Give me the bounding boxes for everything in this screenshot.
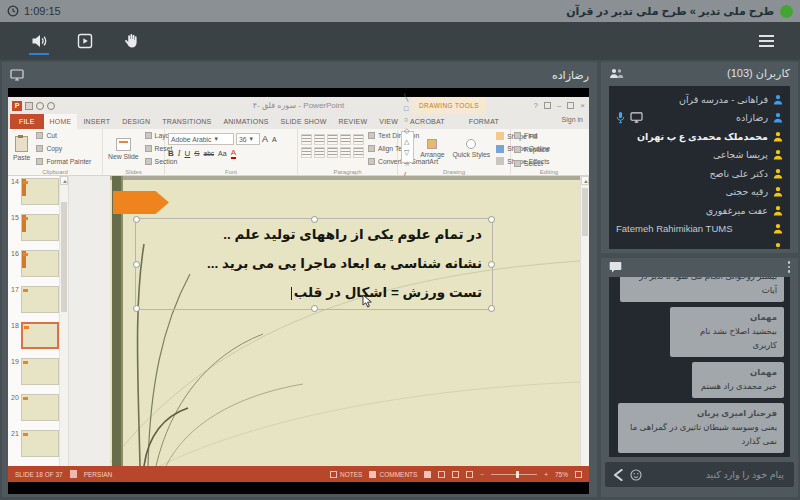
tab-file[interactable]: FILE xyxy=(10,114,44,129)
resize-handle[interactable] xyxy=(133,261,140,268)
font-size-select[interactable]: 36▾ xyxy=(236,133,260,145)
resize-handle[interactable] xyxy=(133,216,140,223)
tab-format[interactable]: FORMAT xyxy=(463,114,505,129)
indent-decrease-button[interactable] xyxy=(327,134,338,145)
indent-increase-button[interactable] xyxy=(340,134,351,145)
canvas-scrollbar[interactable] xyxy=(580,176,589,466)
sign-in-link[interactable]: Sign in xyxy=(562,116,583,123)
clock-icon xyxy=(7,5,19,17)
tab-animations[interactable]: ANIMATIONS xyxy=(217,114,274,129)
speaker-button[interactable] xyxy=(16,22,62,60)
ribbon-display-button[interactable] xyxy=(544,102,551,109)
attendee-row[interactable]: فراهانی - مدرسه قرآن xyxy=(609,90,790,109)
numbering-button[interactable] xyxy=(314,134,325,145)
resize-handle[interactable] xyxy=(488,305,495,312)
line-spacing-button[interactable] xyxy=(353,134,364,145)
italic-button[interactable]: I xyxy=(178,149,181,158)
tab-review[interactable]: REVIEW xyxy=(332,114,373,129)
canvas-scroll-up-icon[interactable] xyxy=(581,176,589,185)
ribbon-group-slides: New Slide Layout Reset Section Slides xyxy=(103,129,165,175)
attendee-row[interactable]: رقیه حجتی xyxy=(609,183,790,202)
font-name-select[interactable]: Adobe Arabic▾ xyxy=(168,133,234,145)
scroll-up-icon[interactable] xyxy=(60,176,68,185)
find-button[interactable]: Find xyxy=(514,132,584,139)
raise-hand-button[interactable] xyxy=(108,22,154,60)
format-painter-button[interactable]: Format Painter xyxy=(36,158,91,165)
zoom-in-button[interactable]: + xyxy=(544,471,548,478)
save-icon[interactable] xyxy=(25,102,33,110)
zoom-slider[interactable] xyxy=(491,474,537,475)
attendee-row[interactable]: عفت میرغفوری xyxy=(609,201,790,220)
slide-sorter-view-button[interactable] xyxy=(438,471,445,478)
align-center-button[interactable] xyxy=(314,147,325,158)
undo-icon[interactable] xyxy=(36,102,44,110)
language-indicator[interactable]: PERSIAN xyxy=(84,471,113,478)
attendee-row[interactable]: Fatemeh Rahimikian TUMS xyxy=(609,220,790,239)
tab-transitions[interactable]: TRANSITIONS xyxy=(156,114,217,129)
underline-button[interactable]: U xyxy=(184,149,190,158)
clear-formatting-button[interactable]: abc xyxy=(204,150,214,157)
tab-insert[interactable]: INSERT xyxy=(77,114,116,129)
tab-view[interactable]: VIEW xyxy=(373,114,404,129)
help-button[interactable]: ? xyxy=(533,101,537,110)
reading-view-button[interactable] xyxy=(452,471,459,478)
new-slide-button[interactable]: New Slide xyxy=(106,131,141,166)
grow-shrink-font[interactable]: AA xyxy=(262,134,277,144)
align-left-button[interactable] xyxy=(301,147,312,158)
columns-button[interactable] xyxy=(353,147,364,158)
resize-handle[interactable] xyxy=(488,216,495,223)
quick-styles-button[interactable]: Quick Styles xyxy=(450,131,492,166)
notes-button[interactable]: NOTES xyxy=(330,471,362,478)
normal-view-button[interactable] xyxy=(424,471,431,478)
webcam-button[interactable] xyxy=(62,22,108,60)
zoom-level[interactable]: 75% xyxy=(555,471,568,478)
zoom-slider-thumb[interactable] xyxy=(516,471,519,478)
copy-button[interactable]: Copy xyxy=(36,145,91,152)
fit-to-window-button[interactable] xyxy=(575,471,582,478)
bullets-button[interactable] xyxy=(301,134,312,145)
thumbnail-scrollbar[interactable] xyxy=(59,176,68,466)
redo-icon[interactable] xyxy=(47,102,55,110)
editing-group-label: Editing xyxy=(511,169,587,175)
chat-options-button[interactable] xyxy=(788,261,791,273)
attendees-pod-header: کاربران (103) xyxy=(601,62,798,84)
comments-button[interactable]: COMMENTS xyxy=(369,471,417,478)
restore-button[interactable] xyxy=(567,102,574,109)
tab-home[interactable]: HOME xyxy=(44,114,78,129)
zoom-out-button[interactable]: − xyxy=(480,471,484,478)
chat-message-list[interactable]: بیشتر روخوانی انجام می شود تا تدبر در آی… xyxy=(609,277,790,457)
resize-handle[interactable] xyxy=(488,261,495,268)
cut-button[interactable]: Cut xyxy=(36,132,91,139)
slide-textbox-selected[interactable]: در تمام علوم یکی از راههای تولید علم .. … xyxy=(135,218,493,310)
menu-button[interactable] xyxy=(759,35,774,47)
emoji-icon[interactable] xyxy=(630,469,642,481)
minimize-button[interactable]: – xyxy=(557,101,561,110)
font-color-button[interactable]: A xyxy=(231,148,236,159)
justify-button[interactable] xyxy=(340,147,351,158)
spellcheck-icon[interactable] xyxy=(70,470,77,478)
slideshow-view-button[interactable] xyxy=(466,471,473,478)
attendee-row-clipped[interactable] xyxy=(609,238,790,249)
replace-button[interactable]: Replace xyxy=(514,146,584,153)
strikethrough-button[interactable]: S xyxy=(194,149,199,158)
resize-handle[interactable] xyxy=(133,305,140,312)
slide-canvas[interactable]: در تمام علوم یکی از راههای تولید علم .. … xyxy=(110,176,581,466)
chat-message-input[interactable] xyxy=(649,468,786,481)
bold-button[interactable]: B xyxy=(168,149,174,158)
attendee-row[interactable]: پریسا شجاعی xyxy=(609,146,790,165)
chat-message: فرحناز امیری پریان یعنی وسوسه شیطان تاثی… xyxy=(618,403,784,453)
send-icon[interactable] xyxy=(613,469,623,481)
close-button[interactable]: × xyxy=(580,101,585,110)
arrange-button[interactable]: Arrange xyxy=(418,131,446,166)
tab-slideshow[interactable]: SLIDE SHOW xyxy=(275,114,333,129)
character-spacing-button[interactable]: Aa xyxy=(218,150,227,157)
select-button[interactable]: Select xyxy=(514,160,584,167)
attendee-row[interactable]: دکتر علی ناصح xyxy=(609,164,790,183)
attendee-row-highlighted[interactable]: محمدملک محمدی ع پ تهران xyxy=(609,127,790,146)
attendee-row-presenter[interactable]: رضازاده xyxy=(609,109,790,128)
shapes-gallery[interactable]: ╲ □ ○ ◇ △ ▽ ☆ ( ) ~ xyxy=(401,131,414,163)
shape-fill-icon xyxy=(496,132,504,140)
align-right-button[interactable] xyxy=(327,147,338,158)
paste-button[interactable]: Paste xyxy=(11,131,32,166)
tab-design[interactable]: DESIGN xyxy=(116,114,156,129)
